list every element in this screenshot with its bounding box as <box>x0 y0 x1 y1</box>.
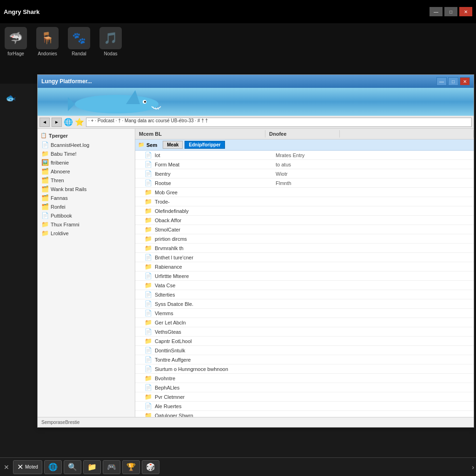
back-button[interactable]: ◄ <box>40 118 50 127</box>
list-row-icon-0: 📁 <box>145 189 152 196</box>
taskbar-game1-icon: 🎮 <box>107 463 116 471</box>
list-row-icon-7: 📄 <box>145 254 152 261</box>
taskbar-folder-icon: 📁 <box>87 463 97 471</box>
taskbar-folder[interactable]: 📁 <box>83 460 101 474</box>
list-row-14[interactable]: 📁 Ger Let Abcln <box>135 318 474 327</box>
toolbar-item-forhage[interactable]: 🦈 forHage <box>5 27 27 56</box>
tree-item-fannas[interactable]: 🗂️ Fannas <box>40 193 133 202</box>
taskbar-globe[interactable]: 🌐 <box>44 460 62 474</box>
taskbar-game2[interactable]: 🏆 <box>122 460 140 474</box>
tree-icon-2: 🖼️ <box>41 159 49 166</box>
list-item-ibentry[interactable]: 📄 Ibentry Wiotr <box>135 169 474 178</box>
win-minimize-button[interactable]: — <box>436 77 447 86</box>
section-sem-header: 📁 Sem Meak Ednip/foripper <box>135 139 474 151</box>
left-panel: 📋 Tperger 📄 BcannistHeet.log 📁 Babu Time… <box>38 129 135 417</box>
list-item-lot[interactable]: 📄 lot Mrates Entry <box>135 151 474 160</box>
list-item-form-meat[interactable]: 📄 Form Meat to atus <box>135 160 474 169</box>
list-row-23[interactable]: 📄 Ale Ruertes <box>135 402 474 411</box>
taskbar-search[interactable]: 🔍 <box>64 460 81 474</box>
nav-globe-icon[interactable]: 🌐 <box>64 118 73 126</box>
list-row-18[interactable]: 📄 Tonttre Auffgere <box>135 355 474 364</box>
win-close-button[interactable]: ✕ <box>460 77 470 86</box>
list-row-name-2: Olefindefinably <box>155 208 276 214</box>
toolbar-item-nodas[interactable]: 🎵 Nodas <box>99 27 122 56</box>
andonies-label: Andonies <box>38 51 57 56</box>
close-app-button[interactable]: ✕ <box>459 7 472 16</box>
list-row-6[interactable]: 📁 Brvmrahlk th <box>135 244 474 253</box>
list-row-11[interactable]: 📄 Sdterties <box>135 290 474 299</box>
tree-icon-4: 🗂️ <box>41 177 49 184</box>
list-row-3[interactable]: 📁 Oback Affor <box>135 216 474 225</box>
nav-path[interactable]: · + · Podcast · † · Mang data arc coursé… <box>86 118 472 127</box>
nav-star-icon[interactable]: ⭐ <box>75 118 84 126</box>
col-header-name[interactable]: Mcem BL <box>135 130 265 138</box>
maximize-button[interactable]: □ <box>444 7 457 16</box>
taskbar-arrow[interactable]: › <box>472 463 474 471</box>
list-row-9[interactable]: 📄 Urfirttte Mteere <box>135 271 474 281</box>
list-row-8[interactable]: 📁 Rabienance <box>135 262 474 271</box>
list-row-name-11: Sdterties <box>155 292 276 298</box>
tree-item-wank-brat-rails[interactable]: 🗂️ Wank brat Rails <box>40 185 133 193</box>
svg-point-0 <box>75 95 159 113</box>
title-bar-controls: — □ ✕ <box>430 7 472 16</box>
row-type-lot: Mrates Entry <box>276 152 350 158</box>
toolbar-item-andonies[interactable]: 🪑 Andonies <box>36 27 59 56</box>
list-row-21[interactable]: 📄 BephALles <box>135 383 474 392</box>
list-row-20[interactable]: 📁 Bvohntre <box>135 374 474 383</box>
list-row-icon-10: 📁 <box>145 282 152 289</box>
taskbar-moted[interactable]: ✕ Moted <box>13 460 42 474</box>
list-row-16[interactable]: 📁 Capntr EotLhool <box>135 337 474 346</box>
minimize-button[interactable]: — <box>430 7 443 16</box>
column-headers: Mcem BL Dnofee <box>135 129 474 139</box>
tree-item-lroldive[interactable]: 📁 Lroldive <box>40 229 133 238</box>
win-maximize-button[interactable]: □ <box>448 77 458 86</box>
list-row-icon-19: 📄 <box>145 365 152 372</box>
list-row-22[interactable]: 📁 Pvr Cletmner <box>135 392 474 402</box>
toolbar-item-randal[interactable]: 🐾 Randal <box>68 27 90 56</box>
forward-button[interactable]: ► <box>52 118 62 127</box>
list-row-19[interactable]: 📄 Siurtum o Hunngrnoce bwhnoon <box>135 364 474 374</box>
tree-item-thux-framni[interactable]: 📁 Thux Framni <box>40 220 133 229</box>
list-row-icon-8: 📁 <box>145 263 152 270</box>
list-row-17[interactable]: 📄 DonttinSntulk <box>135 346 474 355</box>
tree-label-9: Thux Framni <box>51 222 79 227</box>
list-row-13[interactable]: 📄 Vlemms <box>135 309 474 318</box>
list-row-7[interactable]: 📄 Bnthet l ture'cner <box>135 253 474 262</box>
nav-bar: ◄ ► 🌐 ⭐ · + · Podcast · † · Mang data ar… <box>38 116 474 129</box>
col-header-type[interactable]: Dnofee <box>265 130 340 138</box>
taskbar-close-btn[interactable]: ✕ <box>2 463 11 471</box>
row-type-rootse: Flmnth <box>276 180 350 186</box>
list-row-4[interactable]: 📁 StmolCater <box>135 225 474 234</box>
list-row-15[interactable]: 📄 VethsGteas <box>135 327 474 337</box>
context-meak-btn[interactable]: Meak <box>163 141 183 149</box>
row-icon-ibentry: 📄 <box>145 170 152 177</box>
context-ednip-btn[interactable]: Ednip/foripper <box>185 141 225 149</box>
list-row-name-12: Syss Dsatce Ble. <box>155 301 276 307</box>
list-row-24[interactable]: 📁 Oatuloger Shwrn <box>135 411 474 417</box>
tree-item-ftribenie[interactable]: 🖼️ ftribenie <box>40 158 133 167</box>
row-name-rootse: Rootse <box>155 180 276 186</box>
taskbar-game3[interactable]: 🎲 <box>142 460 159 474</box>
tree-item-babu-time[interactable]: 📁 Babu Time! <box>40 149 133 158</box>
list-row-12[interactable]: 📄 Syss Dsatce Ble. <box>135 299 474 309</box>
tree-item-puttibook[interactable]: 📄 Puttibook <box>40 211 133 220</box>
tree-label-2: ftribenie <box>51 160 69 165</box>
list-row-2[interactable]: 📁 Olefindefinably <box>135 206 474 216</box>
list-row-icon-20: 📁 <box>145 375 152 382</box>
list-row-1[interactable]: 📁 Trode- <box>135 197 474 206</box>
shark-image <box>66 88 168 116</box>
list-row-5[interactable]: 📁 prirtion dircms <box>135 234 474 244</box>
list-row-icon-5: 📁 <box>145 235 152 242</box>
tree-icon-1: 📁 <box>41 150 49 157</box>
app-title-bar: Angry Shark — □ ✕ <box>0 0 476 23</box>
tree-item-thren[interactable]: 🗂️ Thren <box>40 176 133 185</box>
tree-item-bcannistheet[interactable]: 📄 BcannistHeet.log <box>40 140 133 149</box>
tree-item-abnoere[interactable]: 🗂️ Abnoere <box>40 167 133 176</box>
list-row-0[interactable]: 📁 Mob Gree <box>135 188 474 197</box>
list-item-rootse[interactable]: 📄 Rootse Flmnth <box>135 178 474 188</box>
tree-item-ronfei[interactable]: 🗂️ Ronfei <box>40 202 133 211</box>
tree-label-8: Puttibook <box>51 213 72 218</box>
taskbar-game1[interactable]: 🎮 <box>103 460 120 474</box>
left-sidebar-fish-icon: 🐟 <box>6 93 16 103</box>
list-row-10[interactable]: 📁 Vata Cse <box>135 281 474 290</box>
